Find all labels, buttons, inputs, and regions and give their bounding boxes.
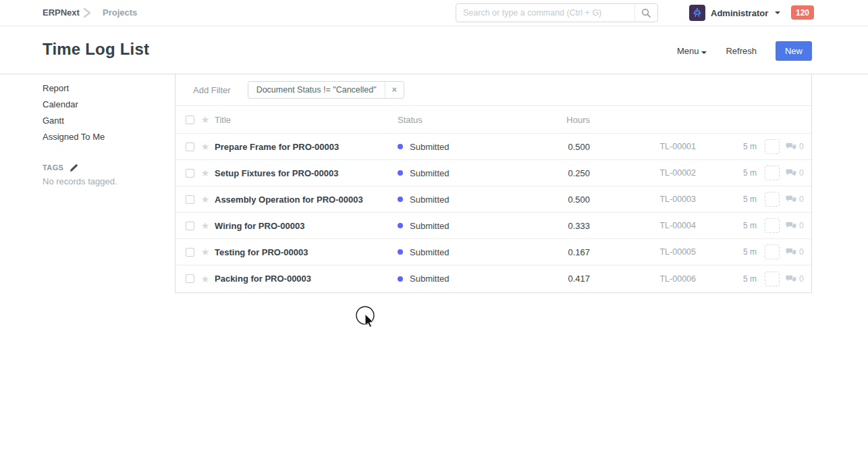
row-checkbox[interactable] bbox=[186, 274, 194, 283]
breadcrumb-app[interactable]: ERPNext bbox=[43, 7, 80, 18]
table-row: ★ Testing for PRO-00003 Submitted 0.167 … bbox=[175, 239, 811, 265]
assignee-placeholder bbox=[765, 218, 780, 233]
row-hours: 0.417 bbox=[513, 274, 590, 284]
filter-chip: Document Status != "Cancelled" × bbox=[248, 81, 404, 99]
table-row: ★ Setup Fixtures for PRO-00003 Submitted… bbox=[175, 160, 811, 186]
status-label: Submitted bbox=[410, 274, 450, 284]
sidebar-item-calendar[interactable]: Calendar bbox=[43, 97, 164, 113]
star-icon[interactable]: ★ bbox=[200, 221, 211, 230]
search-icon[interactable] bbox=[634, 4, 657, 22]
refresh-button[interactable]: Refresh bbox=[726, 46, 757, 56]
breadcrumb-module[interactable]: Projects bbox=[103, 7, 137, 18]
status-dot bbox=[398, 170, 403, 176]
chevron-right-icon bbox=[82, 7, 92, 18]
comment-count: 0 bbox=[786, 247, 804, 257]
row-checkbox[interactable] bbox=[186, 195, 194, 204]
row-hours: 0.250 bbox=[513, 168, 590, 178]
row-status: Submitted bbox=[398, 195, 513, 205]
comment-icon bbox=[786, 168, 796, 178]
filter-remove-icon[interactable]: × bbox=[385, 82, 404, 98]
comment-icon bbox=[786, 247, 796, 257]
assignee-placeholder bbox=[765, 192, 780, 207]
row-modified: 5 m bbox=[696, 274, 757, 284]
comment-count-value: 0 bbox=[799, 221, 804, 230]
row-modified: 5 m bbox=[696, 221, 757, 230]
page-actions: Menu Refresh New bbox=[677, 41, 812, 61]
search-input[interactable] bbox=[456, 4, 634, 22]
row-status: Submitted bbox=[398, 168, 513, 178]
menu-button[interactable]: Menu bbox=[677, 46, 707, 56]
app-root: ERPNext Projects bbox=[0, 0, 868, 462]
notification-badge[interactable]: 120 bbox=[791, 5, 814, 20]
row-title-link[interactable]: Setup Fixtures for PRO-00003 bbox=[215, 168, 398, 178]
menu-label: Menu bbox=[677, 46, 699, 56]
filter-area: Add Filter Document Status != "Cancelled… bbox=[175, 74, 811, 106]
assignee-placeholder bbox=[765, 139, 780, 154]
assignee-placeholder bbox=[765, 272, 780, 286]
row-id[interactable]: TL-00005 bbox=[590, 247, 696, 257]
row-id[interactable]: TL-00003 bbox=[590, 195, 696, 204]
star-icon[interactable]: ★ bbox=[200, 142, 211, 151]
add-filter-button[interactable]: Add Filter bbox=[193, 85, 231, 95]
star-icon[interactable]: ★ bbox=[200, 168, 211, 178]
table-row: ★ Packing for PRO-00003 Submitted 0.417 … bbox=[175, 265, 811, 292]
status-dot bbox=[398, 223, 403, 228]
row-modified: 5 m bbox=[696, 195, 757, 204]
row-status: Submitted bbox=[398, 221, 513, 231]
page-header: Time Log List Menu Refresh New bbox=[0, 26, 868, 74]
caret-down-icon bbox=[775, 11, 780, 14]
sidebar-item-report[interactable]: Report bbox=[43, 80, 164, 97]
comment-count-value: 0 bbox=[799, 168, 804, 178]
row-id[interactable]: TL-00006 bbox=[590, 274, 696, 284]
row-title-link[interactable]: Testing for PRO-00003 bbox=[215, 247, 398, 257]
row-id[interactable]: TL-00001 bbox=[590, 142, 696, 151]
row-title-link[interactable]: Assembly Operation for PRO-00003 bbox=[215, 195, 398, 205]
row-hours: 0.167 bbox=[513, 247, 590, 257]
star-icon[interactable]: ★ bbox=[200, 115, 211, 124]
select-all-checkbox[interactable] bbox=[186, 116, 194, 124]
assignee-placeholder bbox=[765, 245, 780, 259]
edit-pencil-icon[interactable] bbox=[70, 163, 78, 172]
status-label: Submitted bbox=[410, 221, 450, 231]
robot-icon bbox=[692, 7, 703, 18]
row-title-link[interactable]: Packing for PRO-00003 bbox=[215, 274, 398, 284]
star-icon[interactable]: ★ bbox=[200, 195, 211, 204]
row-checkbox[interactable] bbox=[186, 248, 194, 257]
tags-empty-text: No records tagged. bbox=[43, 176, 164, 186]
sidebar-item-assigned-to-me[interactable]: Assigned To Me bbox=[43, 129, 164, 145]
row-hours: 0.500 bbox=[513, 195, 590, 205]
status-label: Submitted bbox=[410, 142, 450, 152]
row-hours: 0.500 bbox=[513, 142, 590, 152]
comment-count: 0 bbox=[786, 195, 804, 204]
assignee-placeholder bbox=[765, 165, 780, 180]
filter-chip-label[interactable]: Document Status != "Cancelled" bbox=[248, 82, 385, 98]
list-sidebar: Report Calendar Gantt Assigned To Me TAG… bbox=[43, 80, 164, 186]
row-id[interactable]: TL-00004 bbox=[590, 221, 696, 230]
table-row: ★ Prepare Frame for PRO-00003 Submitted … bbox=[175, 134, 811, 160]
comment-count: 0 bbox=[786, 168, 804, 178]
column-status: Status bbox=[398, 115, 513, 125]
page-title: Time Log List bbox=[43, 40, 149, 59]
tags-section: TAGS bbox=[43, 161, 164, 174]
row-checkbox[interactable] bbox=[186, 143, 194, 151]
row-status: Submitted bbox=[398, 142, 513, 152]
row-title-link[interactable]: Prepare Frame for PRO-00003 bbox=[215, 142, 398, 152]
row-status: Submitted bbox=[398, 274, 513, 284]
sidebar-item-gantt[interactable]: Gantt bbox=[43, 113, 164, 129]
row-id[interactable]: TL-00002 bbox=[590, 168, 696, 178]
navbar: ERPNext Projects bbox=[0, 0, 868, 26]
row-title-link[interactable]: Wiring for PRO-00003 bbox=[215, 221, 398, 231]
user-menu[interactable]: Administrator bbox=[689, 5, 780, 21]
status-dot bbox=[398, 144, 403, 149]
star-icon[interactable]: ★ bbox=[200, 247, 211, 257]
comment-count: 0 bbox=[786, 274, 804, 284]
status-label: Submitted bbox=[410, 247, 450, 257]
row-checkbox[interactable] bbox=[186, 222, 194, 230]
comment-count-value: 0 bbox=[799, 142, 804, 151]
comment-icon bbox=[786, 274, 796, 284]
star-icon[interactable]: ★ bbox=[200, 274, 211, 284]
new-button[interactable]: New bbox=[776, 41, 812, 61]
column-hours: Hours bbox=[513, 115, 590, 125]
row-checkbox[interactable] bbox=[186, 169, 194, 178]
status-label: Submitted bbox=[410, 195, 450, 205]
